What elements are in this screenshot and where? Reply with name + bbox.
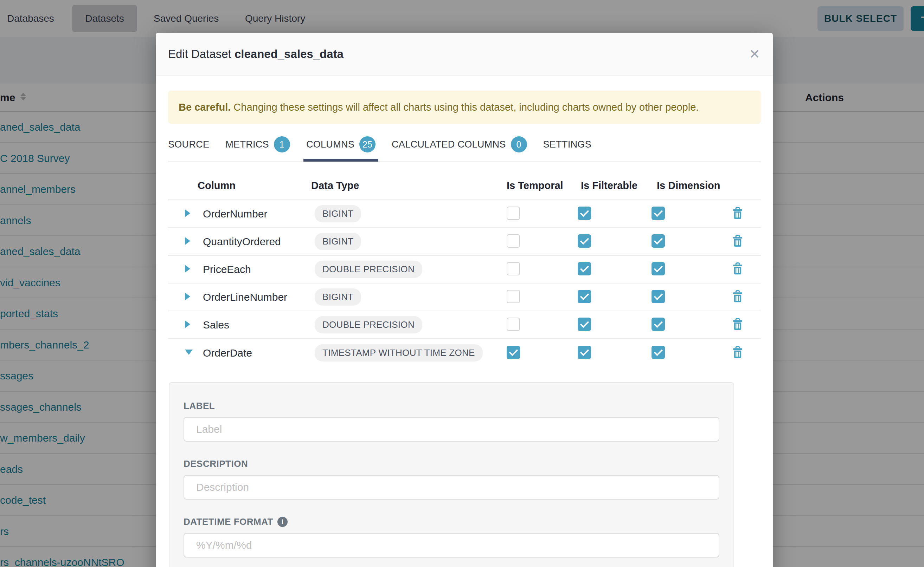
datetime-format-field-group: DATETIME FORMAT i [184, 516, 719, 558]
modal-title: Edit Dataset cleaned_sales_data [168, 33, 343, 75]
columns-table: Column Data Type Is Temporal Is Filterab… [168, 162, 761, 367]
column-row: PriceEachDOUBLE PRECISION [168, 256, 761, 284]
is-filterable-checkbox-checked[interactable] [578, 290, 591, 303]
edit-dataset-modal: Edit Dataset cleaned_sales_data ✕ Be car… [156, 33, 773, 567]
is-filterable-checkbox-checked[interactable] [578, 207, 591, 220]
column-row: SalesDOUBLE PRECISION [168, 311, 761, 339]
modal-header: Edit Dataset cleaned_sales_data ✕ [156, 33, 773, 75]
is-dimension-checkbox-checked[interactable] [652, 207, 665, 220]
warning-bold: Be careful. [179, 102, 231, 113]
delete-column-icon[interactable] [731, 318, 744, 331]
column-name: QuantityOrdered [203, 236, 315, 248]
tab-count-badge: 0 [511, 136, 527, 153]
is-filterable-checkbox-checked[interactable] [578, 234, 591, 248]
tab-settings[interactable]: SETTINGS [543, 136, 591, 161]
modal-dataset-name: cleaned_sales_data [235, 47, 343, 60]
is-filterable-checkbox-checked[interactable] [578, 346, 591, 359]
label-field-label: LABEL [184, 400, 719, 411]
modal-tabs: SOURCEMETRICS1COLUMNS25CALCULATED COLUMN… [168, 136, 761, 162]
delete-column-icon[interactable] [731, 290, 744, 303]
column-name: PriceEach [203, 264, 315, 275]
data-type-pill: BIGINT [315, 288, 361, 306]
is-dimension-checkbox-checked[interactable] [652, 290, 665, 303]
column-row: OrderNumberBIGINT [168, 200, 761, 228]
is-temporal-checkbox-checked[interactable] [507, 346, 520, 359]
is-temporal-header: Is Temporal [507, 180, 578, 192]
is-filterable-checkbox-checked[interactable] [578, 318, 591, 331]
column-name: OrderLineNumber [203, 291, 315, 303]
expand-row-icon[interactable] [185, 209, 190, 217]
description-field-label: DESCRIPTION [184, 459, 719, 470]
delete-column-icon[interactable] [731, 207, 744, 220]
data-type-pill: BIGINT [315, 205, 361, 222]
tab-count-badge: 25 [359, 136, 376, 153]
tab-source[interactable]: SOURCE [168, 136, 209, 161]
expand-row-icon[interactable] [185, 265, 190, 273]
is-temporal-checkbox-unchecked[interactable] [507, 262, 520, 275]
data-type-pill: DOUBLE PRECISION [315, 261, 422, 278]
is-temporal-checkbox-unchecked[interactable] [507, 318, 520, 331]
data-type-pill: DOUBLE PRECISION [315, 316, 422, 333]
info-icon[interactable]: i [277, 517, 287, 527]
column-row: OrderDateTIMESTAMP WITHOUT TIME ZONE [168, 339, 761, 367]
tab-metrics[interactable]: METRICS1 [226, 136, 290, 161]
data-type-pill: BIGINT [315, 233, 361, 250]
delete-column-icon[interactable] [731, 262, 744, 275]
warning-text: Changing these settings will affect all … [231, 102, 698, 113]
column-name: OrderNumber [203, 208, 315, 220]
collapse-row-icon[interactable] [185, 350, 193, 355]
delete-column-icon[interactable] [731, 346, 744, 359]
column-row: OrderLineNumberBIGINT [168, 284, 761, 311]
description-field-group: DESCRIPTION [184, 459, 719, 500]
column-header: Column [198, 180, 315, 192]
columns-table-header: Column Data Type Is Temporal Is Filterab… [168, 162, 761, 200]
tab-label: CALCULATED COLUMNS [392, 138, 506, 150]
datetime-format-label-text: DATETIME FORMAT [184, 516, 273, 527]
is-dimension-header: Is Dimension [657, 180, 731, 192]
tab-label: METRICS [226, 138, 269, 150]
column-detail-panel: LABEL DESCRIPTION DATETIME FORMAT i [169, 382, 734, 567]
label-input[interactable] [184, 417, 719, 442]
column-row: QuantityOrderedBIGINT [168, 228, 761, 256]
datetime-format-input[interactable] [184, 533, 719, 558]
label-field-group: LABEL [184, 400, 719, 442]
is-dimension-checkbox-checked[interactable] [652, 262, 665, 275]
is-temporal-checkbox-unchecked[interactable] [507, 290, 520, 303]
expand-row-icon[interactable] [185, 292, 190, 300]
is-temporal-checkbox-unchecked[interactable] [507, 234, 520, 248]
datetime-format-field-label: DATETIME FORMAT i [184, 516, 719, 527]
tab-columns[interactable]: COLUMNS25 [306, 136, 376, 161]
description-input[interactable] [184, 475, 719, 500]
is-dimension-checkbox-checked[interactable] [652, 318, 665, 331]
is-filterable-header: Is Filterable [581, 180, 652, 192]
data-type-header: Data Type [311, 180, 507, 192]
delete-column-icon[interactable] [731, 234, 744, 248]
close-icon[interactable]: ✕ [749, 33, 760, 75]
is-filterable-checkbox-checked[interactable] [578, 262, 591, 275]
tab-label: SETTINGS [543, 138, 591, 150]
is-temporal-checkbox-unchecked[interactable] [507, 207, 520, 220]
is-dimension-checkbox-checked[interactable] [652, 346, 665, 359]
expand-row-icon[interactable] [185, 320, 190, 328]
modal-body: Be careful. Changing these settings will… [156, 75, 773, 567]
data-type-pill: TIMESTAMP WITHOUT TIME ZONE [315, 344, 483, 362]
modal-title-prefix: Edit Dataset [168, 47, 231, 60]
tab-label: COLUMNS [306, 138, 354, 150]
warning-banner: Be careful. Changing these settings will… [168, 91, 761, 124]
expand-row-icon[interactable] [185, 237, 190, 245]
tab-label: SOURCE [168, 138, 209, 150]
tab-calculated-columns[interactable]: CALCULATED COLUMNS0 [392, 136, 527, 161]
tab-count-badge: 1 [274, 136, 290, 153]
column-name: Sales [203, 319, 315, 331]
column-name: OrderDate [203, 347, 315, 359]
is-dimension-checkbox-checked[interactable] [652, 234, 665, 248]
